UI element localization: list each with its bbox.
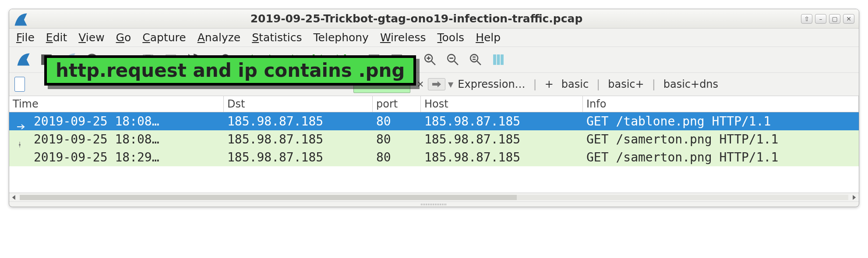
cell-dst: 185.98.87.185 [224,131,373,147]
cell-port: 80 [373,149,421,165]
column-header-host[interactable]: Host [421,96,583,112]
display-filter-text: http.request and ip contains .png [56,60,405,81]
menu-telephony[interactable]: Telephony [314,31,369,44]
filter-preset-basic-plus[interactable]: basic+ [608,78,644,90]
svg-rect-16 [501,54,504,65]
scroll-left-icon[interactable] [11,194,17,201]
filter-preset-basic[interactable]: basic [561,78,589,90]
svg-rect-14 [493,54,496,65]
scroll-right-icon[interactable] [851,194,857,201]
start-capture-button[interactable] [14,50,33,69]
wireshark-icon [14,12,28,25]
cell-host: 185.98.87.185 [421,113,583,129]
table-row[interactable]: 2019-09-25 18:29…185.98.87.18580185.98.8… [9,148,859,166]
column-header-port[interactable]: port [373,96,421,112]
related-packet-icon [17,118,26,125]
window-close-button[interactable]: ✕ [843,14,854,24]
filter-history-dropdown[interactable]: ▼ [448,80,453,89]
pane-resizer[interactable] [9,201,859,207]
add-filter-button[interactable]: + [545,78,554,90]
menu-wireless[interactable]: Wireless [380,31,426,44]
window-minimize-button[interactable]: – [815,14,826,24]
related-packet-icon [17,136,26,143]
apply-filter-button[interactable] [428,78,445,90]
menu-capture[interactable]: Capture [142,31,186,44]
cell-port: 80 [373,113,421,129]
titlebar: 2019-09-25-Trickbot-gtag-ono19-infection… [9,9,859,29]
cell-time: 2019-09-25 18:08… [34,114,159,129]
menu-file[interactable]: File [16,31,35,44]
cell-host: 185.98.87.185 [421,149,583,165]
window-controls: ⇧ – ▢ ✕ [801,14,854,24]
menu-go[interactable]: Go [116,31,131,44]
scrollbar-track[interactable] [20,195,848,200]
table-row[interactable]: 2019-09-25 18:08…185.98.87.18580185.98.8… [9,112,859,130]
column-header-time[interactable]: Time [9,96,224,112]
packet-list-pane: Time Dst port Host Info 2019-09-25 18:08… [9,96,859,201]
menu-edit[interactable]: Edit [46,31,67,44]
zoom-out-button[interactable] [444,50,462,69]
window-raise-button[interactable]: ⇧ [801,14,812,24]
menu-view[interactable]: View [78,31,104,44]
cell-port: 80 [373,131,421,147]
filter-bookmark-button[interactable] [14,77,25,92]
menu-analyze[interactable]: Analyze [198,31,241,44]
cell-dst: 185.98.87.185 [224,149,373,165]
filter-annotation-overlay: http.request and ip contains .png [44,55,416,86]
cell-time: 2019-09-25 18:29… [34,150,159,165]
expression-button[interactable]: Expression… [458,78,525,90]
svg-point-13 [470,54,478,62]
packet-list-header: Time Dst port Host Info [9,96,859,112]
column-header-info[interactable]: Info [583,96,859,112]
resize-columns-button[interactable] [489,50,508,69]
menu-tools[interactable]: Tools [438,31,465,44]
menubar: File Edit View Go Capture Analyze Statis… [9,29,859,47]
clear-filter-button[interactable]: ✕ [415,79,426,90]
window-title: 2019-09-25-Trickbot-gtag-ono19-infection… [32,12,801,25]
cell-time: 2019-09-25 18:08… [34,132,159,147]
cell-info: GET /samerton.png HTTP/1.1 [583,131,859,147]
menu-help[interactable]: Help [476,31,501,44]
packet-list-empty-area [9,166,859,193]
cell-dst: 185.98.87.185 [224,113,373,129]
column-header-dst[interactable]: Dst [224,96,373,112]
cell-host: 185.98.87.185 [421,131,583,147]
filter-preset-basic-dns[interactable]: basic+dns [663,78,718,90]
window-maximize-button[interactable]: ▢ [829,14,840,24]
table-row[interactable]: 2019-09-25 18:08…185.98.87.18580185.98.8… [9,130,859,148]
svg-rect-15 [497,54,500,65]
menu-statistics[interactable]: Statistics [252,31,302,44]
zoom-reset-button[interactable] [466,50,485,69]
cell-info: GET /tablone.png HTTP/1.1 [583,113,859,129]
main-window: 2019-09-25-Trickbot-gtag-ono19-infection… [9,9,859,207]
horizontal-scrollbar[interactable] [9,193,859,201]
packet-rows: 2019-09-25 18:08…185.98.87.18580185.98.8… [9,112,859,166]
cell-info: GET /samerton.png HTTP/1.1 [583,149,859,165]
related-packet-icon [17,154,26,161]
display-filter-bar: http.request and ip contains .png ✕ ▼ Ex… [9,73,859,96]
scrollbar-thumb[interactable] [20,195,517,200]
grip-icon [421,204,447,205]
zoom-in-button[interactable] [421,50,439,69]
